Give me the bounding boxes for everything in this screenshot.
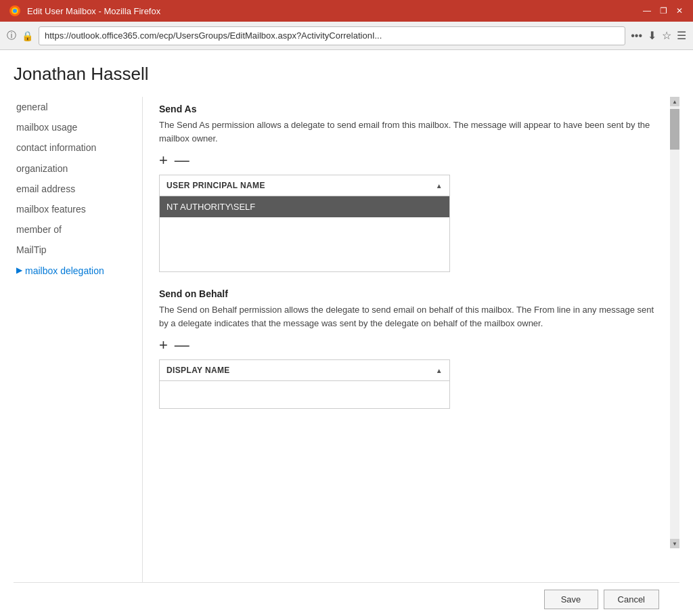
sidebar-label-general: general xyxy=(16,101,48,113)
sidebar-item-contact-information[interactable]: contact information xyxy=(14,137,142,158)
send-as-table-empty xyxy=(160,217,449,271)
sidebar-item-email-address[interactable]: email address xyxy=(14,179,142,199)
sidebar-item-member-of[interactable]: member of xyxy=(14,219,142,240)
send-as-sort-icon[interactable]: ▲ xyxy=(436,182,443,190)
sidebar-label-mailtip: MailTip xyxy=(16,244,47,256)
browser-title: Edit User Mailbox - Mozilla Firefox xyxy=(27,6,642,16)
sidebar-label-member-of: member of xyxy=(16,223,62,236)
send-on-behalf-remove-button[interactable]: — xyxy=(175,338,189,353)
send-on-behalf-add-button[interactable]: + xyxy=(159,338,168,353)
scrollbar-down-button[interactable]: ▼ xyxy=(670,539,679,548)
scrollbar-thumb[interactable] xyxy=(670,109,679,150)
send-as-buttons: + — xyxy=(159,153,659,168)
sidebar-label-mailbox-features: mailbox features xyxy=(16,203,86,215)
send-on-behalf-description: The Send on Behalf permission allows the… xyxy=(159,303,659,330)
main-layout: general mailbox usage contact informatio… xyxy=(14,97,679,582)
send-on-behalf-column-name: DISPLAY NAME xyxy=(166,366,230,375)
sidebar-label-email-address: email address xyxy=(16,183,75,195)
send-on-behalf-table-empty xyxy=(160,381,449,408)
active-arrow-icon: ▶ xyxy=(16,265,22,276)
send-as-table-row[interactable]: NT AUTHORITY\SELF xyxy=(160,196,449,217)
send-as-title: Send As xyxy=(159,104,659,114)
address-input[interactable] xyxy=(39,26,625,45)
sidebar-label-mailbox-usage: mailbox usage xyxy=(16,121,77,133)
minimize-button[interactable]: — xyxy=(642,5,652,16)
sidebar-item-organization[interactable]: organization xyxy=(14,158,142,179)
svg-point-2 xyxy=(13,9,17,13)
pocket-icon[interactable]: ⬇ xyxy=(648,29,656,42)
sidebar-label-mailbox-delegation: mailbox delegation xyxy=(25,265,104,277)
content-area: Send As The Send As permission allows a … xyxy=(142,97,679,582)
firefox-icon xyxy=(8,4,22,18)
send-on-behalf-buttons: + — xyxy=(159,338,659,353)
info-icon[interactable]: ⓘ xyxy=(7,30,16,42)
scrollbar-up-button[interactable]: ▲ xyxy=(670,97,679,106)
send-as-add-button[interactable]: + xyxy=(159,153,168,168)
sidebar-item-general[interactable]: general xyxy=(14,97,142,117)
send-as-table-header[interactable]: USER PRINCIPAL NAME ▲ xyxy=(160,175,449,196)
window-controls: — ❐ ✕ xyxy=(642,5,685,16)
send-on-behalf-section: Send on Behalf The Send on Behalf permis… xyxy=(159,288,659,409)
send-as-column-name: USER PRINCIPAL NAME xyxy=(166,181,265,190)
send-on-behalf-table-header[interactable]: DISPLAY NAME ▲ xyxy=(160,360,449,381)
page-title: Jonathan Hassell xyxy=(14,64,679,85)
lock-icon: 🔒 xyxy=(22,30,33,41)
browser-addressbar: ⓘ 🔒 ••• ⬇ ☆ ☰ xyxy=(0,22,693,50)
sidebar-item-mailbox-usage[interactable]: mailbox usage xyxy=(14,117,142,137)
menu-icon[interactable]: ☰ xyxy=(677,29,686,42)
send-on-behalf-table: DISPLAY NAME ▲ xyxy=(159,359,450,409)
send-as-description: The Send As permission allows a delegate… xyxy=(159,118,659,145)
sidebar-item-mailbox-features[interactable]: mailbox features xyxy=(14,199,142,219)
close-button[interactable]: ✕ xyxy=(674,5,685,16)
page-content: Jonathan Hassell general mailbox usage c… xyxy=(0,50,693,616)
scrollbar: ▲ ▼ xyxy=(670,97,679,548)
restore-button[interactable]: ❐ xyxy=(658,5,669,16)
send-on-behalf-sort-icon[interactable]: ▲ xyxy=(436,367,443,374)
sidebar-item-mailtip[interactable]: MailTip xyxy=(14,240,142,260)
content-scroll[interactable]: Send As The Send As permission allows a … xyxy=(159,97,666,582)
sidebar-label-contact-information: contact information xyxy=(16,141,96,154)
sidebar: general mailbox usage contact informatio… xyxy=(14,97,142,582)
send-as-table: USER PRINCIPAL NAME ▲ NT AUTHORITY\SELF xyxy=(159,175,450,272)
save-button[interactable]: Save xyxy=(544,590,598,609)
footer: Save Cancel xyxy=(14,582,679,616)
cancel-button[interactable]: Cancel xyxy=(604,590,659,609)
sidebar-label-organization: organization xyxy=(16,162,68,175)
bookmark-icon[interactable]: ☆ xyxy=(662,29,671,42)
browser-titlebar: Edit User Mailbox - Mozilla Firefox — ❐ … xyxy=(0,0,693,22)
sidebar-item-mailbox-delegation[interactable]: ▶ mailbox delegation xyxy=(14,261,142,281)
send-as-row-value: NT AUTHORITY\SELF xyxy=(166,202,255,212)
send-as-remove-button[interactable]: — xyxy=(175,153,189,168)
send-on-behalf-title: Send on Behalf xyxy=(159,288,659,299)
more-options-button[interactable]: ••• xyxy=(631,30,642,42)
